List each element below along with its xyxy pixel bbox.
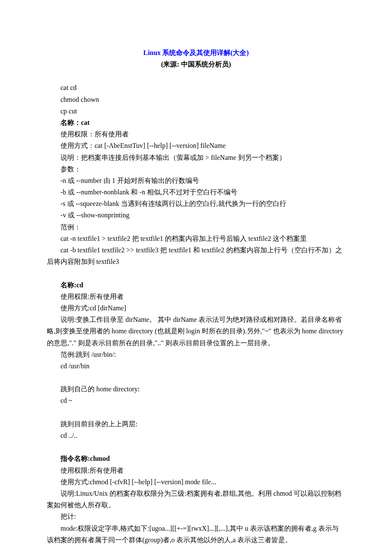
doc-title: Linux 系统命令及其使用详解(大全) — [47, 47, 345, 58]
cat-permission: 使用权限：所有使用者 — [47, 128, 345, 140]
cd-name-heading: 名称:cd — [47, 279, 345, 291]
cd-usage: 使用方式:cd [dirName] — [47, 302, 345, 314]
chmod-mode: mode:权限设定字串,格式如下:[ugoa...][[+-=][rwxX]..… — [47, 523, 345, 546]
doc-subtitle: (来源: 中国系统分析员) — [47, 58, 345, 70]
cat-example: cat -b textfile1 textfile2 >> textfile3 … — [47, 244, 345, 267]
cat-description: 说明：把档案串连接后传到基本输出（萤幕或加 > fileName 到另一个档案） — [47, 152, 345, 163]
intro-line: cp cut — [47, 105, 345, 117]
chmod-permission: 使用权限:所有使用者 — [47, 465, 345, 476]
cd-example-label: 跳到自己的 home directory: — [47, 383, 345, 395]
cat-usage: 使用方式：cat [-AbeEnstTuv] [--help] [--versi… — [47, 140, 345, 151]
section-gap — [47, 372, 345, 383]
intro-line: cat cd — [47, 82, 345, 93]
cat-example-label: 范例： — [47, 221, 345, 233]
chmod-name-heading: 指令名称:chmod — [47, 453, 345, 464]
section-gap — [47, 407, 345, 418]
intro-line: chmod chown — [47, 94, 345, 105]
document-page: Linux 系统命令及其使用详解(大全) (来源: 中国系统分析员) cat c… — [0, 0, 392, 555]
cd-example: cd /usr/bin — [47, 360, 345, 372]
cat-param: -s 或 --squeeze-blank 当遇到有连续两行以上的空白行,就代换为… — [47, 198, 345, 209]
cat-param: -v 或 --show-nonprinting — [47, 209, 345, 221]
section-gap — [47, 267, 345, 279]
cat-name-heading: 名称：cat — [47, 117, 345, 128]
chmod-usage: 使用方式:chmod [-cfvR] [--help] [--version] … — [47, 476, 345, 488]
cd-example-label: 跳到目前目录的上上两层: — [47, 418, 345, 430]
cd-example-label: 范例:跳到 /usr/bin/: — [47, 349, 345, 360]
cat-params-label: 参数： — [47, 163, 345, 175]
cd-example: cd ~ — [47, 395, 345, 406]
chmod-description: 说明:Linux/Unix 的档案存取权限分为三级:档案拥有者,群组,其他。利用… — [47, 488, 345, 511]
cat-example: cat -n textfile1 > textfile2 把 textfile1… — [47, 233, 345, 244]
cd-example: cd ../.. — [47, 430, 345, 441]
chmod-calc-label: 把计: — [47, 511, 345, 522]
cd-permission: 使用权限:所有使用者 — [47, 291, 345, 302]
cat-param: -b 或 --number-nonblank 和 -n 相似,只不过对于空白行不… — [47, 186, 345, 198]
cd-description: 说明:变换工作目录至 dirName。 其中 dirName 表示法可为绝对路径… — [47, 314, 345, 349]
section-gap — [47, 441, 345, 453]
cat-param: -n 或 --number 由 1 开始对所有输出的行数编号 — [47, 175, 345, 186]
